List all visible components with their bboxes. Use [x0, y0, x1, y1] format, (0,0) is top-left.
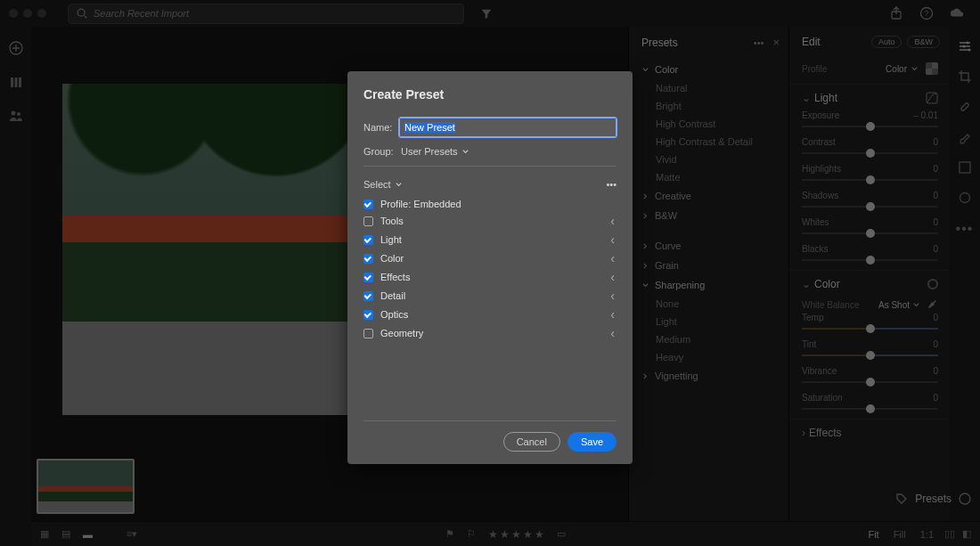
- checkbox-profile[interactable]: [363, 200, 373, 209]
- checkbox-optics[interactable]: [363, 310, 373, 320]
- chevron-down-icon: [395, 181, 403, 189]
- checkbox-color[interactable]: [363, 254, 373, 264]
- dialog-more-icon[interactable]: •••: [606, 179, 617, 190]
- name-label: Name:: [363, 122, 399, 133]
- expand-color[interactable]: ‹: [610, 251, 617, 265]
- dialog-title: Create Preset: [363, 87, 617, 102]
- group-select[interactable]: User Presets: [399, 146, 470, 157]
- expand-optics[interactable]: ‹: [610, 307, 617, 322]
- group-label: Group:: [363, 146, 399, 157]
- checkbox-light[interactable]: [363, 235, 373, 245]
- expand-detail[interactable]: ‹: [610, 289, 617, 303]
- chevron-down-icon: [461, 148, 470, 156]
- checkbox-effects[interactable]: [363, 273, 373, 282]
- expand-tools[interactable]: ‹: [610, 214, 617, 228]
- expand-light[interactable]: ‹: [610, 232, 617, 247]
- preset-name-input[interactable]: [399, 118, 617, 137]
- checkbox-tools[interactable]: [363, 216, 373, 226]
- checkbox-geometry[interactable]: [363, 329, 373, 338]
- expand-geometry[interactable]: ‹: [610, 326, 617, 340]
- checkbox-detail[interactable]: [363, 291, 373, 301]
- cancel-button[interactable]: Cancel: [503, 432, 560, 452]
- save-button[interactable]: Save: [568, 432, 617, 452]
- select-dropdown[interactable]: Select: [363, 179, 403, 190]
- expand-effects[interactable]: ‹: [610, 270, 617, 284]
- create-preset-dialog: Create Preset Name: Group: User Presets …: [347, 71, 633, 464]
